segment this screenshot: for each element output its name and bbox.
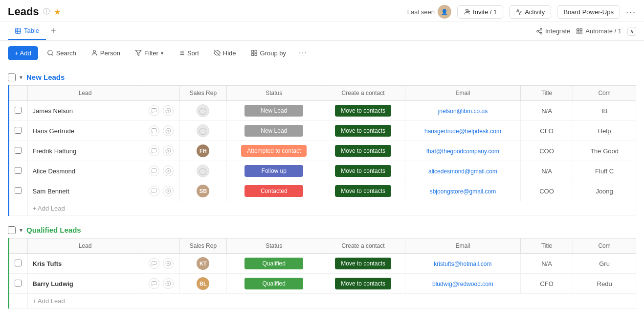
- comment-icon[interactable]: [149, 105, 159, 116]
- email-link[interactable]: jnelson@ibm.co.us: [438, 108, 488, 115]
- automate-button[interactable]: Automate / 1: [576, 27, 622, 35]
- svg-rect-12: [577, 28, 579, 30]
- col-contact-header: Create a contact: [321, 86, 405, 101]
- add-icon[interactable]: [163, 258, 174, 269]
- move-to-contacts-button[interactable]: Move to contacts: [335, 185, 391, 197]
- search-button[interactable]: Search: [41, 47, 82, 60]
- sort-button[interactable]: Sort: [172, 47, 205, 60]
- add-icon[interactable]: [163, 125, 174, 136]
- contact-cell[interactable]: Move to contacts: [321, 121, 405, 141]
- row-icons-cell: [143, 274, 179, 294]
- move-to-contacts-button[interactable]: Move to contacts: [335, 278, 391, 289]
- status-cell: Follow up: [227, 161, 321, 181]
- table-row: Alice Desmond ◯ Follow up Move to contac…: [9, 161, 636, 181]
- collapse-button[interactable]: ∧: [627, 27, 636, 36]
- ql-col-icons-header: [143, 239, 179, 254]
- row-checkbox[interactable]: [15, 187, 22, 194]
- company-cell: Help: [573, 121, 636, 141]
- info-icon[interactable]: ⓘ: [43, 7, 50, 16]
- user-avatar: 👤: [438, 5, 451, 19]
- email-link[interactable]: hansgertrude@helpdesk.com: [424, 128, 501, 135]
- row-checkbox[interactable]: [15, 127, 22, 134]
- add-lead-row[interactable]: + Add Lead: [9, 201, 636, 216]
- sales-rep-cell: KT: [179, 254, 227, 274]
- tab-bar-left: Table +: [8, 22, 61, 40]
- svg-rect-29: [255, 53, 257, 55]
- comment-icon[interactable]: [149, 278, 159, 289]
- person-button[interactable]: Person: [85, 47, 126, 60]
- integrate-button[interactable]: Integrate: [536, 27, 570, 35]
- board-powerups-button[interactable]: Board Power-Ups: [557, 5, 620, 19]
- invite-button[interactable]: Invite / 1: [457, 5, 503, 19]
- tab-bar-right: Integrate Automate / 1 ∧: [536, 27, 636, 36]
- svg-rect-27: [251, 50, 253, 52]
- toolbar: + Add Search Person Filter ▾ Sort Hide G…: [0, 41, 644, 65]
- add-icon[interactable]: [163, 145, 174, 156]
- qualified-leads-chevron[interactable]: ▾: [20, 227, 22, 234]
- ql-col-lead-header: Lead: [27, 239, 143, 254]
- lead-name: Hans Gertrude: [33, 127, 74, 135]
- company-cell: Redu: [573, 274, 636, 294]
- comment-icon[interactable]: [149, 145, 159, 156]
- move-to-contacts-button[interactable]: Move to contacts: [335, 125, 391, 137]
- svg-rect-15: [577, 32, 579, 34]
- row-icons-cell: [143, 101, 179, 121]
- hide-button[interactable]: Hide: [208, 47, 242, 60]
- filter-button[interactable]: Filter ▾: [129, 47, 169, 60]
- move-to-contacts-button[interactable]: Move to contacts: [335, 165, 391, 177]
- contact-cell[interactable]: Move to contacts: [321, 101, 405, 121]
- row-checkbox[interactable]: [15, 107, 22, 114]
- contact-cell[interactable]: Move to contacts: [321, 274, 405, 294]
- contact-cell[interactable]: Move to contacts: [321, 161, 405, 181]
- automate-label: Automate / 1: [585, 27, 622, 35]
- sales-rep-cell: SB: [179, 181, 227, 201]
- email-link[interactable]: bludwig@redwood.com: [432, 281, 493, 287]
- col-status-header: Status: [227, 86, 321, 101]
- groupby-button[interactable]: Group by: [245, 47, 292, 60]
- tab-table[interactable]: Table: [8, 22, 46, 40]
- email-link[interactable]: kristufts@hotmail.com: [434, 261, 491, 267]
- add-button[interactable]: + Add: [8, 46, 38, 60]
- new-leads-checkbox[interactable]: [8, 73, 16, 81]
- comment-icon[interactable]: [149, 125, 159, 136]
- svg-line-11: [538, 29, 540, 30]
- email-link[interactable]: fhat@thegoodcompany.com: [426, 148, 499, 155]
- comment-icon[interactable]: [149, 258, 159, 269]
- move-to-contacts-button[interactable]: Move to contacts: [335, 258, 391, 269]
- row-checkbox[interactable]: [15, 280, 22, 287]
- new-leads-chevron[interactable]: ▾: [20, 74, 22, 81]
- comment-icon[interactable]: [149, 186, 159, 196]
- add-icon[interactable]: [163, 186, 174, 196]
- contact-cell[interactable]: Move to contacts: [321, 254, 405, 274]
- move-to-contacts-button[interactable]: Move to contacts: [335, 145, 391, 157]
- col-title-header: Title: [520, 86, 573, 101]
- new-leads-title: New Leads: [26, 73, 65, 81]
- contact-cell[interactable]: Move to contacts: [321, 181, 405, 201]
- add-lead-label[interactable]: + Add Lead: [27, 294, 636, 309]
- contact-cell[interactable]: Move to contacts: [321, 141, 405, 161]
- svg-line-10: [538, 31, 540, 32]
- star-icon[interactable]: ★: [54, 7, 61, 17]
- header-more-button[interactable]: ···: [626, 7, 636, 17]
- svg-rect-14: [580, 32, 582, 34]
- add-lead-label[interactable]: + Add Lead: [27, 201, 636, 216]
- add-lead-row[interactable]: + Add Lead: [9, 294, 636, 309]
- toolbar-more-button[interactable]: ···: [295, 46, 311, 60]
- col-company-header: Com: [573, 86, 636, 101]
- qualified-leads-checkbox[interactable]: [8, 226, 16, 234]
- row-checkbox[interactable]: [15, 260, 22, 266]
- email-cell: sbjoongstore@gmail.com: [405, 181, 520, 201]
- add-icon[interactable]: [163, 278, 174, 289]
- comment-icon[interactable]: [149, 166, 159, 176]
- email-link[interactable]: sbjoongstore@gmail.com: [430, 188, 496, 195]
- company-cell: Gru: [573, 254, 636, 274]
- row-checkbox[interactable]: [15, 167, 22, 174]
- activity-button[interactable]: Activity: [509, 5, 551, 19]
- company-cell: Fluff C: [573, 161, 636, 181]
- email-link[interactable]: alicedesmond@gmail.com: [428, 168, 497, 175]
- add-icon[interactable]: [163, 105, 174, 116]
- row-checkbox[interactable]: [15, 147, 22, 154]
- tab-add-button[interactable]: +: [46, 22, 61, 40]
- move-to-contacts-button[interactable]: Move to contacts: [335, 105, 391, 117]
- add-icon[interactable]: [163, 166, 174, 176]
